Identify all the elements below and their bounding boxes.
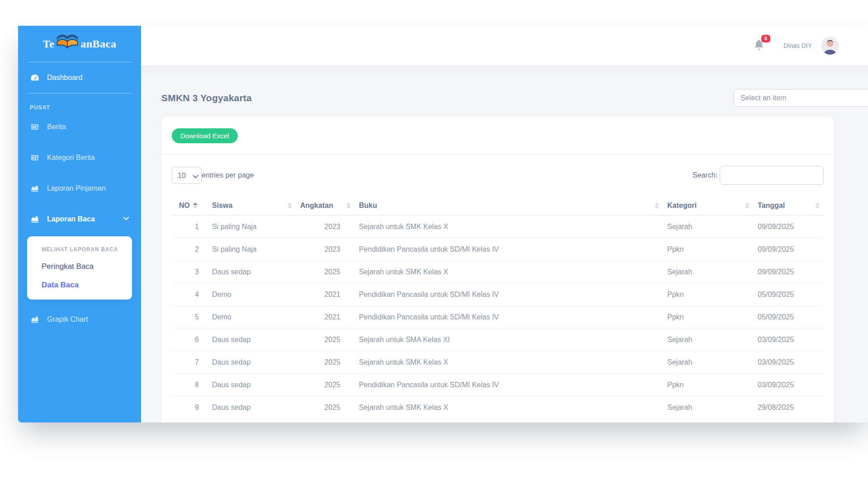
column-header-angkatan[interactable]: Angkatan [296,197,355,216]
sidebar-item-label: Berita [47,123,66,131]
entries-per-page-label: entries per page [202,171,254,179]
table-cell-siswa: Daus sedap [208,396,296,419]
column-label: Siswa [212,202,232,210]
newspaper-icon [30,122,40,131]
notification-bell-icon[interactable]: 0 [754,39,764,52]
sidebar-item-kategori-berita[interactable]: Kategori Berita [18,142,141,173]
table-cell-buku: Pendidikan Pancasila untuk SD/MI Kelas I… [355,238,663,261]
table-cell-buku: Sejarah untuk SMK Kelas X [355,216,663,238]
laporan-baca-submenu: MELIHAT LAPORAN BACA Peringkat Baca Data… [27,236,132,300]
data-baca-card: Download Excel 10 entries per page [161,117,834,422]
card-body: 10 entries per page Search: [161,155,834,419]
sidebar-item-laporan-baca[interactable]: Laporan Baca [18,204,141,235]
table-cell-buku: Pendidikan Pancasila untuk SD/MI Kelas I… [355,374,663,396]
table-cell-kategori: Sejarah [663,396,754,419]
table-cell-kategori: Ppkn [663,283,754,306]
app-window: Te anBaca Dashboard PUSAT B [18,26,868,422]
table-cell-no: 1 [172,216,208,238]
column-header-kategori[interactable]: Kategori [663,197,754,216]
table-body: 1Si paling Naja2023Sejarah untuk SMK Kel… [172,216,824,419]
table-cell-tanggal: 05/09/2025 [754,283,824,306]
search-input[interactable] [720,166,824,185]
table-cell-kategori: Sejarah [663,261,754,283]
table-row: 5Demo2021Pendidikan Pancasila untuk SD/M… [172,306,824,328]
table-row: 3Daus sedap2025Sejarah untuk SMK Kelas X… [172,261,824,283]
sort-icon [745,202,750,209]
sidebar-item-grapik-chart[interactable]: Grapik Chart [18,304,141,335]
table-cell-angkatan: 2025 [296,261,355,283]
area-chart-icon [30,215,40,224]
table-row: 2Si paling Naja2023Pendidikan Pancasila … [172,238,824,261]
table-cell-no: 9 [172,396,208,419]
column-header-tanggal[interactable]: Tanggal [754,197,824,216]
sidebar-item-laporan-pinjaman[interactable]: Laporan Pinjaman [18,173,141,204]
table-cell-angkatan: 2023 [296,216,355,238]
table-cell-no: 8 [172,374,208,396]
sort-icon [288,202,292,209]
sidebar-item-dashboard[interactable]: Dashboard [18,62,141,93]
table-row: 8Daus sedap2025Pendidikan Pancasila untu… [172,374,824,396]
gauge-icon [30,73,40,83]
sidebar-item-label: Laporan Pinjaman [47,184,106,192]
table-header-row: NO Siswa Angkatan [172,197,824,216]
newspaper-icon [30,153,40,162]
table-cell-angkatan: 2021 [296,306,355,328]
entries-select-wrap: 10 [172,167,202,184]
table-cell-siswa: Si paling Naja [208,238,296,261]
sort-icon [815,202,820,209]
table-cell-angkatan: 2025 [296,396,355,419]
column-label: Angkatan [300,202,333,210]
table-cell-kategori: Ppkn [663,374,754,396]
table-cell-tanggal: 09/09/2025 [754,238,824,261]
sort-icon [193,202,198,209]
table-cell-tanggal: 03/09/2025 [754,328,824,351]
chevron-down-icon [123,215,129,223]
download-excel-button[interactable]: Download Excel [172,128,238,143]
table-cell-angkatan: 2023 [296,238,355,261]
sidebar: Te anBaca Dashboard PUSAT B [18,26,141,422]
table-cell-tanggal: 29/08/2025 [754,396,824,419]
school-select[interactable]: Select an item [734,89,868,107]
table-row: 9Daus sedap2025Sejarah untuk SMK Kelas X… [172,396,824,419]
table-cell-tanggal: 09/09/2025 [754,261,824,283]
app-logo[interactable]: Te anBaca [18,26,141,62]
table-cell-tanggal: 03/09/2025 [754,374,824,396]
table-cell-angkatan: 2025 [296,374,355,396]
table-cell-tanggal: 09/09/2025 [754,216,824,238]
table-cell-angkatan: 2021 [296,283,355,306]
search-label: Search: [693,171,717,179]
user-name: Dinas DIY [783,42,812,49]
table-cell-siswa: Demo [208,283,296,306]
table-cell-kategori: Sejarah [663,328,754,351]
table-cell-tanggal: 05/09/2025 [754,306,824,328]
sidebar-item-label: Grapik Chart [47,315,88,324]
submenu-item-data-baca[interactable]: Data Baca [42,281,125,290]
area-chart-icon [30,184,40,193]
entries-per-page-select[interactable]: 10 [172,167,202,184]
user-avatar[interactable] [821,37,839,55]
table-row: 4Demo2021Pendidikan Pancasila untuk SD/M… [172,283,824,306]
content-area: SMKN 3 Yogyakarta Select an item Downloa… [141,66,868,422]
table-cell-buku: Sejarah untuk SMA Kelas XI [355,328,663,351]
sidebar-item-label: Laporan Baca [47,215,95,223]
table-cell-siswa: Daus sedap [208,374,296,396]
sidebar-item-label: Dashboard [47,74,82,82]
data-baca-table: NO Siswa Angkatan [172,197,824,419]
sidebar-section-label: PUSAT [18,94,141,112]
school-select-placeholder: Select an item [741,94,786,102]
open-book-logo-icon [54,33,80,51]
column-label: NO [179,202,190,210]
logo-text-prefix: Te [43,38,54,50]
logo-text-suffix: anBaca [80,38,116,50]
column-header-siswa[interactable]: Siswa [208,197,296,216]
submenu-header: MELIHAT LAPORAN BACA [42,246,125,253]
table-cell-no: 3 [172,261,208,283]
submenu-item-peringkat-baca[interactable]: Peringkat Baca [42,262,125,271]
column-label: Buku [359,202,377,210]
notification-count-badge: 0 [761,35,770,42]
table-row: 6Daus sedap2025Sejarah untuk SMA Kelas X… [172,328,824,351]
column-header-buku[interactable]: Buku [355,197,663,216]
column-header-no[interactable]: NO [172,197,208,216]
sidebar-item-berita[interactable]: Berita [18,112,141,142]
table-cell-tanggal: 03/09/2025 [754,351,824,374]
